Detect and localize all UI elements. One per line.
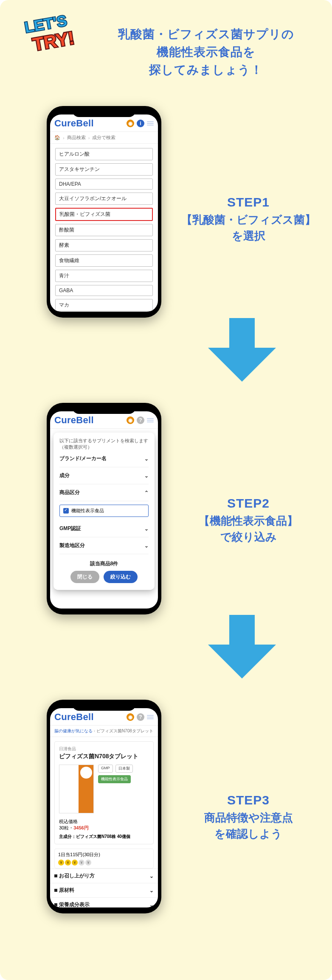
- breadcrumb-sep: [87, 135, 91, 140]
- phone-screen-3: CureBell ◉ ? 腸の健康が気になる › ビフィズス菌N708タブレット…: [50, 708, 158, 907]
- product-tags: GMP 日本製: [98, 765, 133, 773]
- app-header: CureBell ◉ i: [50, 114, 158, 132]
- step2-line2: で絞り込み: [220, 530, 277, 543]
- step-head: STEP2: [178, 496, 318, 511]
- yen-icon-inactive: ¥: [85, 860, 91, 866]
- phone-step3: CureBell ◉ ? 腸の健康が気になる › ビフィズス菌N708タブレット…: [47, 700, 161, 913]
- menu-icon[interactable]: [147, 121, 154, 126]
- accordion-item[interactable]: 原材料⌄: [50, 883, 158, 897]
- chevron-down-icon: ⌄: [144, 473, 149, 479]
- bullet-icon: [54, 874, 57, 877]
- ingredient-item[interactable]: 酢酸菌: [55, 224, 153, 236]
- yen-icon: ¥: [65, 860, 71, 866]
- lets-try-badge: LET'S TRY!: [13, 8, 89, 59]
- breadcrumb-sep: [62, 135, 65, 140]
- help-icon[interactable]: ?: [137, 713, 144, 721]
- ingredient-item[interactable]: 酵素: [55, 239, 153, 251]
- tag-functional: 機能性表示食品: [98, 775, 131, 783]
- accordion-label: お召し上がり方: [59, 873, 95, 879]
- ingredient-item[interactable]: 大豆イソフラボン/エクオール: [55, 193, 153, 205]
- filter-row[interactable]: ブランド/メーカー名⌄: [59, 450, 149, 467]
- main-ingredient: 主成分：ビフィズス菌N708株 40億個: [59, 834, 149, 840]
- filter-row[interactable]: GMP認証⌄: [59, 520, 149, 537]
- breadcrumb: 🏠 商品検索 成分で検索: [50, 132, 158, 144]
- ingredient-item[interactable]: マカ: [55, 299, 153, 311]
- accordion-list: お召し上がり方⌄原材料⌄栄養成分表示⌄注意事項⌄: [50, 868, 158, 907]
- ingredient-list: ヒアルロン酸アスタキサンチンDHA/EPA大豆イソフラボン/エクオール乳酸菌・ビ…: [50, 144, 158, 312]
- breadcrumb-item[interactable]: 商品検索: [67, 134, 86, 141]
- close-button[interactable]: 閉じる: [70, 571, 99, 583]
- intro-line2: 機能性表示食品を: [91, 43, 321, 61]
- accordion-item[interactable]: 栄養成分表示⌄: [50, 897, 158, 907]
- header-icons: ◉ ?: [127, 713, 154, 721]
- app-logo: CureBell: [54, 712, 94, 723]
- step3-label: STEP3 商品特徴や注意点 を確認しよう: [178, 793, 318, 842]
- yen-icon: ¥: [58, 860, 64, 866]
- crumb-category[interactable]: 腸の健康が気になる: [54, 729, 93, 733]
- filter-description: 以下に該当するサプリメントを検索します（複数選択可）: [59, 438, 149, 450]
- intro-text: 乳酸菌・ビフィズス菌サプリの 機能性表示食品を 探してみましょう！: [91, 25, 321, 79]
- product-card: 日清食品 ビフィズス菌N708タブレット GMP 日本製 機能性表示食品: [54, 741, 154, 844]
- step1-label: STEP1 【乳酸菌・ビフィズス菌】 を選択: [178, 195, 318, 244]
- home-icon[interactable]: 🏠: [54, 135, 60, 140]
- filter-row[interactable]: 商品区分⌃: [59, 484, 149, 501]
- phone-step2: CureBell ◉ ? のための 糖質ケアサプリメント: [47, 403, 161, 614]
- yen-icon: ¥: [72, 860, 78, 866]
- filter-option-checkbox[interactable]: 機能性表示食品: [59, 505, 149, 517]
- chevron-down-icon: ⌄: [144, 543, 149, 549]
- filter-rows: ブランド/メーカー名⌄成分⌄商品区分⌃機能性表示食品GMP認証⌄製造地区分⌄: [59, 450, 149, 554]
- filter-row-label: 製造地区分: [59, 542, 85, 549]
- lets-try-icon: LET'S TRY!: [13, 8, 89, 59]
- step1-line2: を選択: [232, 229, 265, 242]
- phone-notch: [72, 106, 136, 117]
- filter-row-label: 成分: [59, 472, 70, 479]
- ingredient-item[interactable]: アスタキサンチン: [55, 163, 153, 176]
- ingredient-item[interactable]: 乳酸菌・ビフィズス菌: [55, 208, 153, 221]
- ingredient-item[interactable]: GABA: [55, 285, 153, 296]
- step3-line2: を確認しよう: [214, 827, 282, 840]
- header-icons: ◉ i: [127, 120, 154, 127]
- intro-line3: 探してみましょう！: [91, 61, 321, 79]
- step2-line1: 【機能性表示食品】: [199, 514, 298, 527]
- filter-row-label: ブランド/メーカー名: [59, 455, 107, 462]
- info-icon[interactable]: i: [137, 120, 144, 127]
- breadcrumb-item[interactable]: 成分で検索: [92, 134, 115, 141]
- filter-row-label: GMP認証: [59, 525, 81, 532]
- accordion-item[interactable]: お召し上がり方⌄: [50, 868, 158, 883]
- bookmark-icon[interactable]: ◉: [127, 120, 134, 127]
- product-image: [59, 765, 94, 813]
- apply-filter-button[interactable]: 絞り込む: [104, 571, 138, 583]
- ingredient-item[interactable]: ヒアルロン酸: [55, 148, 153, 160]
- filter-row[interactable]: 製造地区分⌄: [59, 537, 149, 554]
- price-block: 税込価格 30粒・3456円 主成分：ビフィズス菌N708株 40億個: [59, 818, 149, 840]
- ingredient-item[interactable]: 青汁: [55, 270, 153, 282]
- step-body: 【乳酸菌・ビフィズス菌】 を選択: [178, 212, 318, 244]
- filter-row[interactable]: 成分⌄: [59, 467, 149, 484]
- menu-icon[interactable]: [147, 715, 154, 720]
- page: LET'S TRY! 乳酸菌・ビフィズス菌サプリの 機能性表示食品を 探してみま…: [0, 0, 332, 980]
- down-arrow-icon: [208, 615, 276, 680]
- intro-line1: 乳酸菌・ビフィズス菌サプリの: [91, 25, 321, 43]
- chevron-down-icon: ⌄: [144, 526, 149, 532]
- checkbox-checked-icon: [63, 508, 69, 514]
- filter-option-label: 機能性表示食品: [71, 508, 104, 514]
- per-day-text: 1日当115円(30日分): [58, 852, 150, 858]
- filter-sheet: 以下に該当するサプリメントを検索します（複数選択可） ブランド/メーカー名⌄成分…: [53, 433, 155, 590]
- crumb-product: ビフィズス菌N708タブレット: [96, 729, 153, 733]
- price-value: 3456円: [73, 825, 88, 830]
- chevron-up-icon: ⌃: [144, 490, 149, 496]
- ingredient-item[interactable]: DHA/EPA: [55, 179, 153, 190]
- step-head: STEP1: [178, 195, 318, 209]
- app-logo: CureBell: [54, 118, 94, 129]
- ingredient-item[interactable]: 食物繊維: [55, 254, 153, 267]
- product-breadcrumb: 腸の健康が気になる › ビフィズス菌N708タブレット: [50, 726, 158, 737]
- chevron-down-icon: ⌄: [149, 873, 154, 879]
- price-qty: 30粒・: [59, 825, 73, 830]
- bullet-icon: [54, 889, 57, 892]
- down-arrow-icon: [208, 318, 276, 383]
- tag-jp: 日本製: [115, 765, 133, 773]
- chevron-down-icon: ⌄: [149, 902, 154, 908]
- yen-icon-inactive: ¥: [79, 860, 84, 866]
- bookmark-icon[interactable]: ◉: [127, 713, 134, 721]
- phone-notch: [72, 403, 136, 414]
